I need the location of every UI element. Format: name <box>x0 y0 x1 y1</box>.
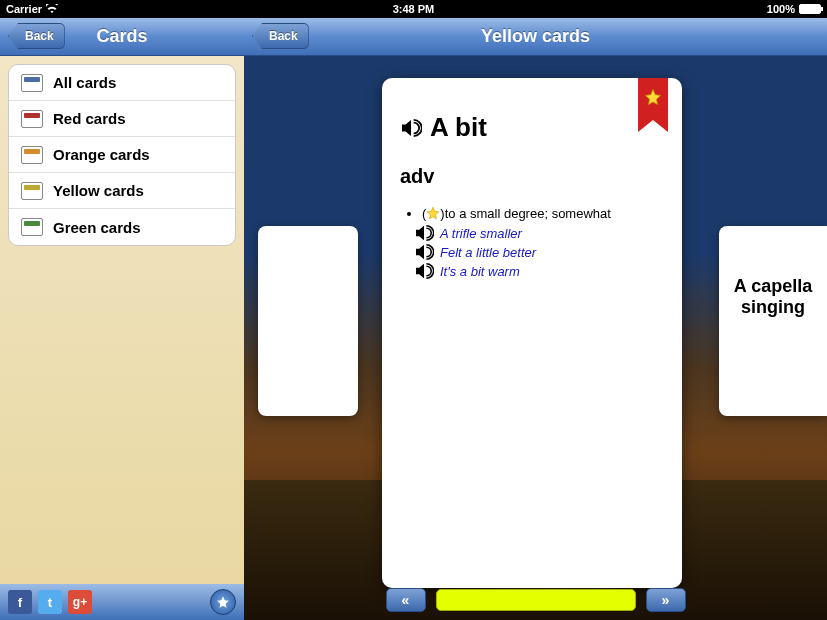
sidebar-title: Cards <box>96 26 147 47</box>
favorites-button[interactable] <box>210 589 236 615</box>
list-item-label: Yellow cards <box>53 182 144 199</box>
example-text: Felt a little better <box>440 245 536 260</box>
example-row: A trifle smaller <box>400 225 664 241</box>
card-stack-icon <box>21 218 43 236</box>
card-part-of-speech: adv <box>400 165 664 188</box>
prev-button[interactable]: « <box>386 588 426 612</box>
card-word: A bit <box>430 112 487 143</box>
flashcard[interactable]: A bit adv ()to a small degree; somewhat … <box>382 78 682 588</box>
list-item-label: Orange cards <box>53 146 150 163</box>
status-bar: Carrier 3:48 PM 100% <box>0 0 827 18</box>
twitter-button[interactable]: t <box>38 590 62 614</box>
detail-back-button[interactable]: Back <box>252 23 309 49</box>
list-item-orange-cards[interactable]: Orange cards <box>9 137 235 173</box>
speaker-icon[interactable] <box>414 225 434 241</box>
detail-title: Yellow cards <box>481 26 590 47</box>
card-stack-icon <box>21 182 43 200</box>
list-item-green-cards[interactable]: Green cards <box>9 209 235 245</box>
google-plus-button[interactable]: g+ <box>68 590 92 614</box>
next-button[interactable]: » <box>646 588 686 612</box>
speaker-icon[interactable] <box>414 263 434 279</box>
battery-label: 100% <box>767 3 795 15</box>
card-stack-icon <box>21 146 43 164</box>
card-stack-icon <box>21 110 43 128</box>
list-item-red-cards[interactable]: Red cards <box>9 101 235 137</box>
list-item-all-cards[interactable]: All cards <box>9 65 235 101</box>
list-item-yellow-cards[interactable]: Yellow cards <box>9 173 235 209</box>
sidebar: Back Cards All cards Red cards Orange ca… <box>0 18 244 620</box>
sidebar-footer: f t g+ <box>0 584 244 620</box>
wifi-icon <box>46 4 58 14</box>
card-category-list: All cards Red cards Orange cards Yellow … <box>8 64 236 246</box>
sidebar-nav: Back Cards <box>0 18 244 56</box>
example-text: A trifle smaller <box>440 226 522 241</box>
next-card-peek[interactable]: A capella singing <box>719 226 827 416</box>
detail-pane: Back Yellow cards A bit adv ()to <box>244 18 827 620</box>
carrier-label: Carrier <box>6 3 42 15</box>
list-item-label: All cards <box>53 74 116 91</box>
card-nav-controls: « » <box>386 588 686 612</box>
example-row: Felt a little better <box>400 244 664 260</box>
next-card-word: A capella singing <box>727 276 819 318</box>
progress-bar[interactable] <box>436 589 636 611</box>
detail-nav: Back Yellow cards <box>244 18 827 56</box>
example-text: It's a bit warm <box>440 264 520 279</box>
star-icon <box>644 88 662 106</box>
list-item-label: Green cards <box>53 219 141 236</box>
battery-icon <box>799 4 821 14</box>
star-icon <box>426 206 440 220</box>
star-icon <box>216 595 230 609</box>
facebook-button[interactable]: f <box>8 590 32 614</box>
speaker-icon[interactable] <box>400 119 422 137</box>
example-row: It's a bit warm <box>400 263 664 279</box>
sidebar-back-button[interactable]: Back <box>8 23 65 49</box>
previous-card-peek[interactable] <box>258 226 358 416</box>
speaker-icon[interactable] <box>414 244 434 260</box>
detail-background: A bit adv ()to a small degree; somewhat … <box>244 56 827 620</box>
clock: 3:48 PM <box>393 3 435 15</box>
card-definition: ()to a small degree; somewhat <box>422 206 664 221</box>
card-stack-icon <box>21 74 43 92</box>
list-item-label: Red cards <box>53 110 126 127</box>
